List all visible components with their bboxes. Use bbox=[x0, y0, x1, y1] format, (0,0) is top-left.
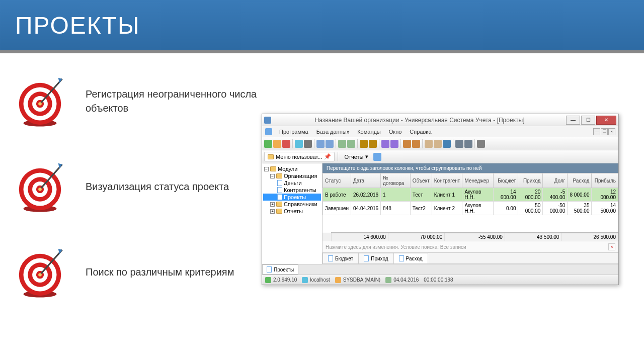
table-row[interactable]: В работе 26.02.2016 1 Тест Клиент 1 Акул… bbox=[323, 188, 618, 202]
collapse-icon[interactable]: − bbox=[264, 167, 269, 171]
print-icon[interactable] bbox=[455, 140, 463, 148]
subtab-expense[interactable]: Расход bbox=[393, 253, 428, 263]
settings-icon[interactable] bbox=[477, 140, 485, 148]
toolbar bbox=[262, 137, 618, 150]
tool-icon[interactable] bbox=[403, 140, 411, 148]
table-row[interactable]: Завершен 04.04.2016 848 Тест2 Клиент 2 А… bbox=[323, 202, 618, 215]
subtab-label: Расход bbox=[406, 256, 423, 261]
delete-icon[interactable] bbox=[282, 140, 290, 148]
cell: Акулов Н.Н. bbox=[462, 188, 493, 202]
add-icon[interactable] bbox=[264, 140, 272, 148]
maximize-button[interactable]: ☐ bbox=[581, 116, 595, 125]
collapse-icon[interactable]: − bbox=[270, 174, 275, 178]
titlebar[interactable]: Название Вашей организации - Универсальн… bbox=[262, 114, 618, 126]
clear-filter-icon[interactable]: × bbox=[608, 243, 615, 250]
tree-refs[interactable]: + Справочники bbox=[263, 201, 321, 208]
reports-label: Отчеты bbox=[344, 154, 363, 160]
data-grid[interactable]: Статус Дата № договора Объект Контрагент… bbox=[323, 173, 618, 215]
tree-label: Организация bbox=[284, 173, 317, 179]
tree-item-contragents[interactable]: Контрагенты bbox=[263, 187, 321, 194]
tab-label: Проекты bbox=[274, 267, 294, 273]
cell: 1 bbox=[381, 188, 411, 202]
status-version: 2.0.949.10 bbox=[273, 277, 297, 283]
col-expense[interactable]: Расход bbox=[568, 173, 592, 188]
cell: 26.02.2016 bbox=[351, 188, 381, 202]
menu-database[interactable]: База данных bbox=[312, 129, 354, 135]
tree-root[interactable]: − Модули bbox=[263, 165, 321, 172]
feature-text: Визуализация статуса проекта bbox=[86, 179, 229, 194]
host-icon bbox=[302, 277, 308, 283]
menu-program[interactable]: Программа bbox=[275, 129, 312, 135]
col-date[interactable]: Дата bbox=[351, 173, 381, 188]
col-profit[interactable]: Прибыль bbox=[592, 173, 618, 188]
mdi-min-button[interactable]: — bbox=[593, 128, 600, 135]
wrench-icon[interactable] bbox=[412, 140, 420, 148]
grid-area: Перетащите сюда заголовок колонки, чтобы… bbox=[323, 163, 618, 264]
cell: В работе bbox=[323, 188, 351, 202]
filter-text: Нажмите здесь для изменения. Условие пои… bbox=[326, 244, 466, 250]
tree-item-projects[interactable]: Проекты bbox=[263, 194, 321, 201]
menu-help[interactable]: Справка bbox=[406, 129, 435, 135]
group-hint[interactable]: Перетащите сюда заголовок колонки, чтобы… bbox=[323, 163, 618, 173]
folder-icon[interactable] bbox=[360, 140, 368, 148]
svg-point-17 bbox=[38, 188, 42, 191]
menu-commands[interactable]: Команды bbox=[353, 129, 385, 135]
reports-dropdown[interactable]: Отчеты ▾ bbox=[341, 152, 371, 161]
refresh-icon[interactable] bbox=[295, 140, 303, 148]
tree-label: Контрагенты bbox=[284, 187, 316, 193]
col-number[interactable]: № договора bbox=[381, 173, 411, 188]
col-object[interactable]: Объект bbox=[410, 173, 432, 188]
col-budget[interactable]: Бюджет bbox=[493, 173, 518, 188]
sort-icon[interactable] bbox=[390, 140, 398, 148]
key-icon[interactable] bbox=[434, 140, 442, 148]
tree-org[interactable]: − Организация bbox=[263, 172, 321, 179]
col-contragent[interactable]: Контрагент bbox=[432, 173, 462, 188]
status-host: localhost bbox=[310, 277, 330, 283]
cell: Клиент 2 bbox=[432, 202, 462, 215]
filter-bar[interactable]: Нажмите здесь для изменения. Условие пои… bbox=[323, 241, 618, 253]
col-status[interactable]: Статус bbox=[323, 173, 351, 188]
tree-reports[interactable]: + Отчеты bbox=[263, 208, 321, 215]
tree-label: Модули bbox=[278, 166, 297, 172]
filter-icon[interactable] bbox=[381, 140, 389, 148]
window-title: Название Вашей организации - Универсальн… bbox=[274, 117, 565, 124]
tree-item-money[interactable]: Деньги bbox=[263, 179, 321, 187]
lock-icon[interactable] bbox=[425, 140, 433, 148]
subtab-income[interactable]: Приход bbox=[358, 253, 393, 263]
copy-icon[interactable] bbox=[316, 140, 325, 148]
page-icon bbox=[267, 266, 272, 273]
pin-icon: 📌 bbox=[324, 153, 331, 160]
export-icon[interactable] bbox=[443, 140, 451, 148]
menu-window[interactable]: Окно bbox=[385, 129, 406, 135]
expand-icon[interactable]: + bbox=[270, 202, 275, 207]
subtabs: Бюджет Приход Расход bbox=[323, 253, 618, 264]
folder-open-icon[interactable] bbox=[369, 140, 377, 148]
cell: 35 500.00 bbox=[568, 202, 592, 215]
close-button[interactable]: ✕ bbox=[596, 116, 616, 125]
edit-icon[interactable] bbox=[273, 140, 281, 148]
expand-icon[interactable]: + bbox=[270, 209, 275, 214]
subtab-label: Бюджет bbox=[335, 256, 353, 261]
tab-projects[interactable]: Проекты bbox=[262, 264, 298, 275]
subtab-budget[interactable]: Бюджет bbox=[323, 253, 359, 263]
cell: 848 bbox=[381, 202, 411, 215]
paste-icon[interactable] bbox=[326, 140, 334, 148]
header-row[interactable]: Статус Дата № договора Объект Контрагент… bbox=[323, 173, 618, 188]
tree-label: Деньги bbox=[284, 180, 302, 186]
user-menu-button[interactable]: Меню пользоват... 📌 bbox=[264, 152, 335, 161]
slide-title: ПРОЕКТЫ bbox=[15, 12, 140, 39]
col-debt[interactable]: Долг bbox=[543, 173, 568, 188]
help-icon[interactable] bbox=[373, 153, 381, 161]
col-manager[interactable]: Менеджер bbox=[462, 173, 493, 188]
col-income[interactable]: Приход bbox=[518, 173, 543, 188]
mdi-close-button[interactable]: × bbox=[608, 128, 615, 135]
search-icon[interactable] bbox=[304, 140, 312, 148]
check-icon[interactable] bbox=[338, 140, 346, 148]
mdi-restore-button[interactable]: ❐ bbox=[601, 128, 608, 135]
total-profit: 26 500.00 bbox=[561, 233, 618, 241]
minimize-button[interactable]: — bbox=[566, 116, 580, 125]
cell: -50 000.00 bbox=[543, 202, 568, 215]
preview-icon[interactable] bbox=[464, 140, 472, 148]
undo-icon[interactable] bbox=[347, 140, 355, 148]
total-income: 70 000.00 bbox=[388, 233, 445, 241]
